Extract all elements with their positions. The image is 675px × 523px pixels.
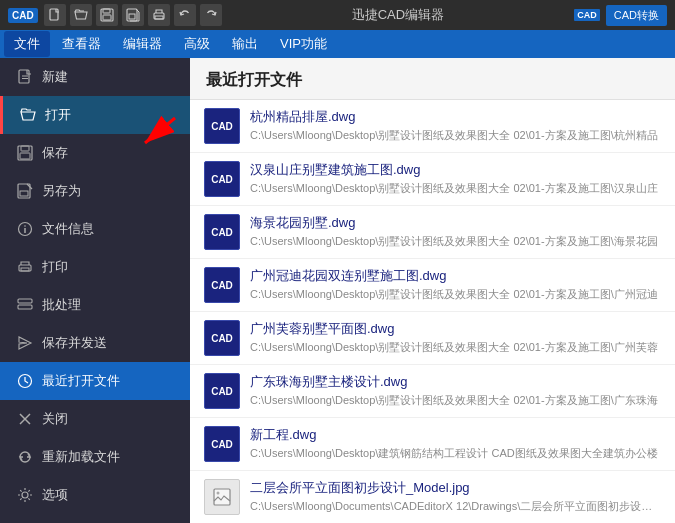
batch-icon [16,296,34,314]
svg-rect-15 [20,191,28,196]
file-name: 新工程.dwg [250,426,661,444]
options-icon [16,486,34,504]
dwg-file-icon: CAD [204,214,240,250]
file-name: 广东珠海别墅主楼设计.dwg [250,373,661,391]
sidebar-item-save[interactable]: 保存 [0,134,190,172]
file-item[interactable]: CAD 新工程.dwg C:\Users\Mloong\Desktop\建筑钢筋… [190,418,675,471]
file-name: 汉泉山庄别墅建筑施工图.dwg [250,161,661,179]
file-path: C:\Users\Mloong\Documents\CADEditorX 12\… [250,499,661,514]
menu-file[interactable]: 文件 [4,31,50,57]
menu-vip[interactable]: VIP功能 [270,31,337,57]
file-info: 杭州精品排屋.dwg C:\Users\Mloong\Desktop\别墅设计图… [250,108,661,143]
file-name: 广州冠迪花园双连别墅施工图.dwg [250,267,661,285]
svg-point-26 [22,492,28,498]
file-name: 杭州精品排屋.dwg [250,108,661,126]
cad-convert-button[interactable]: CAD转换 [606,5,667,26]
cad-logo-small: CAD [574,9,600,21]
sidebar-item-options[interactable]: 选项 [0,476,190,514]
title-bar-right: CAD CAD转换 [574,5,667,26]
fileinfo-icon [16,220,34,238]
file-info: 广州冠迪花园双连别墅施工图.dwg C:\Users\Mloong\Deskto… [250,267,661,302]
sidebar-item-fileinfo[interactable]: 文件信息 [0,210,190,248]
file-name: 广州芙蓉别墅平面图.dwg [250,320,661,338]
svg-rect-20 [21,268,29,271]
file-item[interactable]: CAD 杭州精品排屋.dwg C:\Users\Mloong\Desktop\别… [190,100,675,153]
svg-rect-12 [21,146,29,151]
file-list: CAD 杭州精品排屋.dwg C:\Users\Mloong\Desktop\别… [190,100,675,523]
svg-rect-5 [129,14,135,19]
file-item[interactable]: CAD 广州冠迪花园双连别墅施工图.dwg C:\Users\Mloong\De… [190,259,675,312]
undo-icon[interactable] [174,4,196,26]
svg-rect-2 [103,9,110,13]
menu-editor[interactable]: 编辑器 [113,31,172,57]
save-sidebar-icon [16,144,34,162]
file-info: 二层会所平立面图初步设计_Model.jpg C:\Users\Mloong\D… [250,479,661,514]
dwg-file-icon: CAD [204,161,240,197]
sidebar-label-close: 关闭 [42,410,68,428]
sidebar-item-open[interactable]: 打开 [0,96,190,134]
dwg-file-icon: CAD [204,108,240,144]
file-info: 新工程.dwg C:\Users\Mloong\Desktop\建筑钢筋结构工程… [250,426,661,461]
sidebar-label-fileinfo: 文件信息 [42,220,94,238]
sidebar-item-new[interactable]: 新建 [0,58,190,96]
file-info: 广州芙蓉别墅平面图.dwg C:\Users\Mloong\Desktop\别墅… [250,320,661,355]
main-area: 新建 打开 保存 另存为 [0,58,675,523]
open-folder-icon [19,106,37,124]
app-logo: CAD [8,8,38,23]
dwg-file-icon: CAD [204,426,240,462]
sidebar-item-recentfiles[interactable]: 最近打开文件 [0,362,190,400]
file-info: 广东珠海别墅主楼设计.dwg C:\Users\Mloong\Desktop\别… [250,373,661,408]
file-item[interactable]: CAD 海景花园别墅.dwg C:\Users\Mloong\Desktop\别… [190,206,675,259]
sidebar-label-save: 保存 [42,144,68,162]
file-name: 二层会所平立面图初步设计_Model.jpg [250,479,661,497]
print-icon[interactable] [148,4,170,26]
svg-point-29 [217,492,220,495]
file-item[interactable]: CAD 广州芙蓉别墅平面图.dwg C:\Users\Mloong\Deskto… [190,312,675,365]
new-icon [16,68,34,86]
title-bar: CAD [0,0,675,30]
dwg-file-icon: CAD [204,373,240,409]
file-item[interactable]: 二层会所平立面图初步设计_Model.jpg C:\Users\Mloong\D… [190,471,675,523]
dwg-file-icon: CAD [204,267,240,303]
file-info: 海景花园别墅.dwg C:\Users\Mloong\Desktop\别墅设计图… [250,214,661,249]
open-file-icon[interactable] [70,4,92,26]
saveas-icon[interactable] [122,4,144,26]
print-sidebar-icon [16,258,34,276]
svg-rect-0 [50,9,58,20]
file-path: C:\Users\Mloong\Desktop\别墅设计图纸及效果图大全 02\… [250,393,661,408]
svg-rect-22 [18,305,32,309]
sidebar-label-print: 打印 [42,258,68,276]
savesend-icon [16,334,34,352]
content-header: 最近打开文件 [190,58,675,100]
svg-rect-3 [103,15,111,20]
file-item[interactable]: CAD 汉泉山庄别墅建筑施工图.dwg C:\Users\Mloong\Desk… [190,153,675,206]
sidebar-item-saveas[interactable]: 另存为 [0,172,190,210]
content-area: 最近打开文件 CAD 杭州精品排屋.dwg C:\Users\Mloong\De… [190,58,675,523]
sidebar-label-open: 打开 [45,106,71,124]
sidebar-item-print[interactable]: 打印 [0,248,190,286]
svg-rect-28 [214,489,230,505]
sidebar-item-savesend[interactable]: 保存并发送 [0,324,190,362]
file-path: C:\Users\Mloong\Desktop\别墅设计图纸及效果图大全 02\… [250,287,661,302]
svg-rect-13 [20,153,30,159]
sidebar-item-batch[interactable]: 批处理 [0,286,190,324]
recentfiles-icon [16,372,34,390]
file-path: C:\Users\Mloong\Desktop\别墅设计图纸及效果图大全 02\… [250,181,661,196]
sidebar-item-reload[interactable]: 重新加载文件 [0,438,190,476]
redo-icon[interactable] [200,4,222,26]
window-title: 迅捷CAD编辑器 [228,6,569,24]
menu-viewer[interactable]: 查看器 [52,31,111,57]
new-file-icon[interactable] [44,4,66,26]
sidebar-label-new: 新建 [42,68,68,86]
save-icon[interactable] [96,4,118,26]
sidebar-label-batch: 批处理 [42,296,81,314]
sidebar-item-close[interactable]: 关闭 [0,400,190,438]
file-info: 汉泉山庄别墅建筑施工图.dwg C:\Users\Mloong\Desktop\… [250,161,661,196]
sidebar-label-reload: 重新加载文件 [42,448,120,466]
sidebar-label-options: 选项 [42,486,68,504]
dwg-file-icon: CAD [204,320,240,356]
menu-advanced[interactable]: 高级 [174,31,220,57]
toolbar-icons [44,4,222,26]
file-item[interactable]: CAD 广东珠海别墅主楼设计.dwg C:\Users\Mloong\Deskt… [190,365,675,418]
menu-output[interactable]: 输出 [222,31,268,57]
